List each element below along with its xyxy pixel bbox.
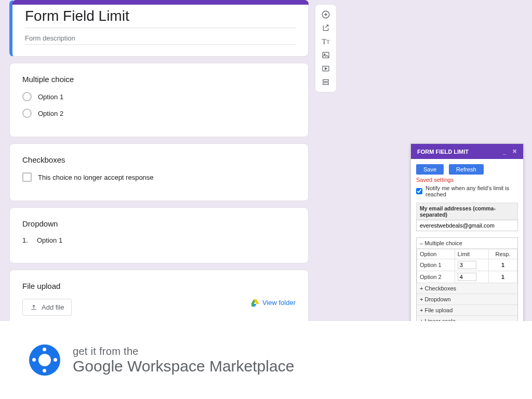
add-video-button[interactable] [318, 62, 334, 75]
cell-resp: 1 [488, 271, 517, 283]
add-image-button[interactable] [318, 48, 334, 62]
footer-banner: get it from the Google Workspace Marketp… [0, 321, 532, 399]
accordion-header[interactable]: + Dropdown [417, 294, 517, 305]
view-folder-label: View folder [262, 299, 296, 307]
question-title: File upload [22, 282, 296, 290]
notify-checkbox[interactable] [416, 188, 422, 194]
svg-rect-5 [323, 83, 329, 84]
minimize-icon[interactable]: _ [503, 149, 506, 155]
radio-icon [22, 109, 32, 118]
svg-rect-1 [323, 52, 329, 58]
save-button[interactable]: Save [416, 164, 444, 175]
close-icon[interactable]: ✕ [512, 148, 517, 155]
accordion-header-mc[interactable]: – Multiple choice [417, 238, 517, 249]
accordion-header[interactable]: + File upload [417, 305, 517, 316]
footer-text: get it from the Google Workspace Marketp… [73, 345, 294, 375]
question-checkboxes[interactable]: Checkboxes This choice no longer accept … [9, 143, 309, 201]
col-limit: Limit [455, 249, 488, 259]
footer-line2: Google Workspace Marketplace [73, 357, 294, 375]
drive-icon [251, 299, 259, 307]
accordion-header[interactable]: + Checkboxes [417, 283, 517, 294]
col-resp: Resp. [488, 249, 517, 259]
question-title: Multiple choice [22, 75, 296, 84]
email-label: My email addresses (comma-separated) [416, 203, 518, 220]
limit-input[interactable] [458, 273, 476, 281]
panel-title: FORM FIELD LIMIT [417, 149, 469, 155]
panel-body: Save Refresh Saved settings Notify me wh… [411, 159, 523, 332]
limits-table: Option Limit Resp. Option 1 1 Option 2 1 [417, 249, 517, 283]
table-row: Option 1 1 [417, 259, 517, 271]
add-title-button[interactable]: TT [318, 35, 334, 48]
col-option: Option [417, 249, 455, 259]
dd-option[interactable]: 1. Option 1 [22, 236, 296, 244]
form-title[interactable]: Form Field Limit [25, 8, 296, 28]
notify-label: Notify me when any field's limit is reac… [425, 185, 518, 197]
radio-icon [22, 92, 32, 101]
saved-message: Saved settings [416, 177, 518, 183]
option-label: Option 1 [38, 93, 63, 101]
mc-option[interactable]: Option 1 [22, 92, 296, 101]
floating-toolbar: TT [315, 4, 337, 92]
option-label: Option 1 [37, 236, 62, 244]
marketplace-icon [29, 344, 60, 376]
email-input[interactable] [416, 220, 518, 231]
form-description[interactable]: Form description [25, 32, 296, 45]
limits-accordion: – Multiple choice Option Limit Resp. Opt… [416, 237, 518, 327]
mc-option[interactable]: Option 2 [22, 109, 296, 118]
add-question-button[interactable] [318, 8, 334, 21]
refresh-button[interactable]: Refresh [449, 164, 484, 175]
question-dropdown[interactable]: Dropdown 1. Option 1 [9, 207, 309, 263]
table-row: Option 2 1 [417, 271, 517, 283]
option-number: 1. [22, 236, 32, 244]
option-label: This choice no longer accept response [38, 174, 154, 181]
add-file-label: Add file [42, 303, 64, 311]
question-title: Dropdown [22, 219, 296, 228]
title-card[interactable]: Form Field Limit Form description [9, 0, 309, 57]
upload-icon [30, 304, 37, 311]
question-file-upload[interactable]: File upload Add file View folder [9, 270, 309, 328]
question-title: Checkboxes [22, 155, 296, 164]
option-label: Option 2 [38, 110, 63, 117]
footer-line1: get it from the [73, 345, 294, 357]
add-section-button[interactable] [318, 75, 334, 89]
view-folder-link[interactable]: View folder [251, 299, 296, 307]
cb-option[interactable]: This choice no longer accept response [22, 172, 296, 182]
cell-resp: 1 [488, 259, 517, 271]
checkbox-icon [22, 172, 32, 182]
addon-panel: FORM FIELD LIMIT _ ✕ Save Refresh Saved … [410, 143, 524, 333]
svg-rect-4 [323, 79, 329, 81]
add-file-button[interactable]: Add file [22, 299, 72, 316]
cell-option: Option 1 [417, 259, 455, 271]
limit-input[interactable] [458, 261, 476, 269]
cell-option: Option 2 [417, 271, 455, 283]
import-questions-button[interactable] [318, 21, 334, 35]
panel-header: FORM FIELD LIMIT _ ✕ [411, 144, 523, 159]
question-multiple-choice[interactable]: Multiple choice Option 1 Option 2 [9, 63, 309, 137]
